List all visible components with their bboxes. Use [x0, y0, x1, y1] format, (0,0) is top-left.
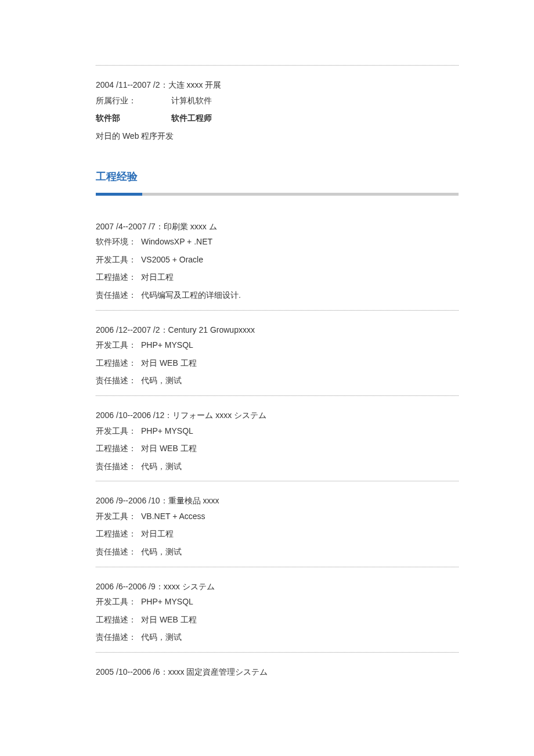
project-block-last: 2005 /10--2006 /6：xxxx 固定資産管理システム — [96, 664, 459, 680]
project-field-value: 代码，测试 — [141, 373, 182, 388]
project-block: 2006 /12--2007 /2：Century 21 Growupxxxx开… — [96, 322, 459, 388]
project-field-row: 工程描述：对日工程 — [96, 269, 459, 285]
project-field-value: 代码，测试 — [141, 629, 182, 645]
project-field-value: 代码编写及工程的详细设计. — [141, 287, 241, 303]
project-date-line: 2006 /6--2006 /9：xxxx システム — [96, 579, 459, 595]
project-field-label: 软件环境： — [96, 234, 141, 250]
project-block: 2006 /9--2006 /10：重量検品 xxxx开发工具：VB.NET +… — [96, 493, 459, 559]
project-field-row: 开发工具：PHP+ MYSQL — [96, 423, 459, 439]
project-field-value: VS2005 + Oracle — [141, 252, 203, 268]
project-field-value: PHP+ MYSQL — [141, 337, 193, 353]
project-block: 2006 /6--2006 /9：xxxx システム开发工具：PHP+ MYSQ… — [96, 579, 459, 645]
project-field-row: 工程描述：对日 WEB 工程 — [96, 441, 459, 456]
project-field-row: 工程描述：对日 WEB 工程 — [96, 612, 459, 628]
project-field-row: 责任描述：代码，测试 — [96, 459, 459, 474]
project-field-row: 责任描述：代码，测试 — [96, 544, 459, 560]
project-field-label: 责任描述： — [96, 287, 141, 303]
dept-label: 软件部 — [96, 110, 171, 126]
industry-value: 计算机软件 — [171, 93, 212, 109]
project-field-label: 工程描述： — [96, 441, 141, 456]
project-field-row: 开发工具：PHP+ MYSQL — [96, 337, 459, 353]
project-field-label: 工程描述： — [96, 355, 141, 371]
project-date-line: 2005 /10--2006 /6：xxxx 固定資産管理システム — [96, 664, 459, 680]
project-field-label: 开发工具： — [96, 337, 141, 353]
project-field-value: PHP+ MYSQL — [141, 423, 193, 439]
industry-label: 所属行业： — [96, 93, 171, 109]
project-field-value: 对日 WEB 工程 — [141, 441, 197, 456]
project-field-value: 代码，测试 — [141, 459, 182, 474]
project-date-line: 2006 /10--2006 /12：リフォーム xxxx システム — [96, 408, 459, 423]
project-date-line: 2007 /4--2007 /7：印刷業 xxxx ム — [96, 219, 459, 235]
project-field-label: 责任描述： — [96, 459, 141, 474]
project-field-value: 对日 WEB 工程 — [141, 355, 197, 371]
work-industry-row: 所属行业： 计算机软件 — [96, 93, 459, 109]
project-field-label: 开发工具： — [96, 509, 141, 524]
section-title: 工程经验 — [96, 167, 459, 186]
divider-top — [96, 65, 459, 66]
project-date-line: 2006 /9--2006 /10：重量検品 xxxx — [96, 493, 459, 509]
project-field-value: 代码，测试 — [141, 544, 182, 560]
project-field-row: 开发工具：VS2005 + Oracle — [96, 252, 459, 268]
project-field-value: PHP+ MYSQL — [141, 594, 193, 610]
project-field-label: 责任描述： — [96, 544, 141, 560]
divider — [96, 652, 459, 653]
divider — [96, 395, 459, 396]
divider — [96, 567, 459, 567]
project-field-row: 开发工具：VB.NET + Access — [96, 509, 459, 524]
work-dept-row: 软件部 软件工程师 — [96, 110, 459, 126]
divider — [96, 310, 459, 311]
project-date-line: 2006 /12--2007 /2：Century 21 Growupxxxx — [96, 322, 459, 338]
work-experience-block: 2004 /11--2007 /2：大连 xxxx 开展 所属行业： 计算机软件… — [96, 77, 459, 143]
project-field-label: 开发工具： — [96, 252, 141, 268]
project-field-row: 软件环境：WindowsXP + .NET — [96, 234, 459, 250]
work-desc: 对日的 Web 程序开发 — [96, 128, 459, 144]
project-field-label: 责任描述： — [96, 629, 141, 645]
project-block: 2007 /4--2007 /7：印刷業 xxxx ム软件环境：WindowsX… — [96, 219, 459, 303]
project-field-row: 开发工具：PHP+ MYSQL — [96, 594, 459, 610]
project-field-value: VB.NET + Access — [141, 509, 205, 524]
project-block: 2006 /10--2006 /12：リフォーム xxxx システム开发工具：P… — [96, 408, 459, 474]
project-field-value: 对日 WEB 工程 — [141, 612, 197, 628]
dept-value: 软件工程师 — [171, 110, 212, 126]
project-field-row: 责任描述：代码编写及工程的详细设计. — [96, 287, 459, 303]
project-field-row: 责任描述：代码，测试 — [96, 629, 459, 645]
divider — [96, 481, 459, 481]
project-field-value: 对日工程 — [141, 269, 174, 285]
project-field-row: 工程描述：对日工程 — [96, 526, 459, 542]
project-field-value: 对日工程 — [141, 526, 174, 542]
project-field-label: 开发工具： — [96, 594, 141, 610]
project-field-label: 工程描述： — [96, 526, 141, 542]
project-field-label: 责任描述： — [96, 373, 141, 388]
project-field-value: WindowsXP + .NET — [141, 234, 212, 250]
project-field-label: 开发工具： — [96, 423, 141, 439]
section-underline — [96, 193, 459, 196]
projects-container: 2007 /4--2007 /7：印刷業 xxxx ム软件环境：WindowsX… — [96, 219, 459, 653]
project-field-label: 工程描述： — [96, 269, 141, 285]
project-field-row: 工程描述：对日 WEB 工程 — [96, 355, 459, 371]
project-field-label: 工程描述： — [96, 612, 141, 628]
work-date-line: 2004 /11--2007 /2：大连 xxxx 开展 — [96, 77, 459, 93]
project-field-row: 责任描述：代码，测试 — [96, 373, 459, 388]
